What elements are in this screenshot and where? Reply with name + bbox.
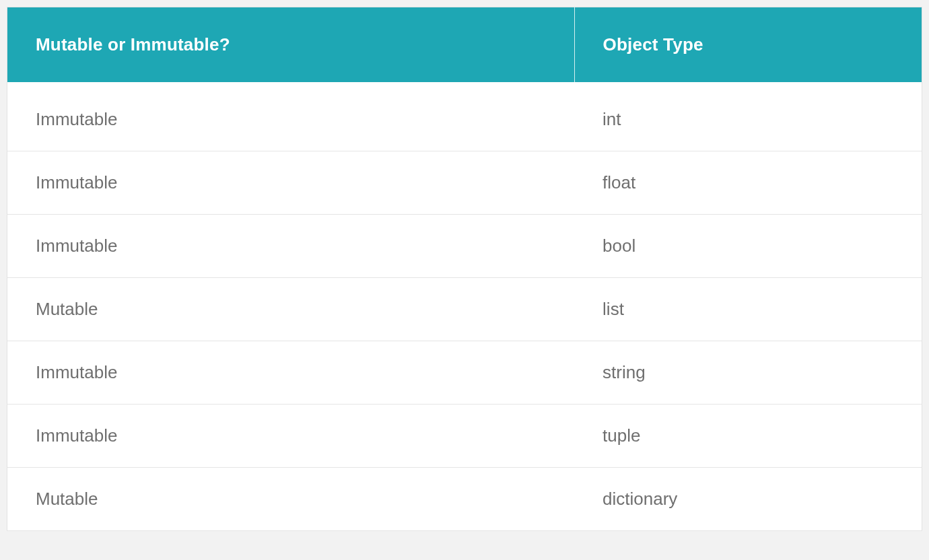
cell-mutability: Immutable bbox=[7, 82, 575, 151]
header-object-type: Object Type bbox=[574, 7, 922, 83]
cell-object-type: dictionary bbox=[574, 468, 922, 531]
page-container: Mutable or Immutable? Object Type Immuta… bbox=[0, 0, 929, 531]
cell-mutability: Mutable bbox=[7, 278, 575, 341]
cell-object-type: string bbox=[574, 341, 922, 405]
table-row: Immutable int bbox=[7, 82, 922, 151]
cell-object-type: int bbox=[574, 82, 922, 151]
cell-mutability: Immutable bbox=[7, 151, 575, 215]
mutability-table: Mutable or Immutable? Object Type Immuta… bbox=[7, 7, 922, 531]
table-row: Immutable string bbox=[7, 341, 922, 405]
table-body: Immutable int Immutable float Immutable … bbox=[7, 82, 922, 531]
cell-mutability: Mutable bbox=[7, 468, 575, 531]
header-mutability: Mutable or Immutable? bbox=[7, 7, 575, 83]
table-row: Mutable dictionary bbox=[7, 468, 922, 531]
cell-mutability: Immutable bbox=[7, 341, 575, 405]
table-header: Mutable or Immutable? Object Type bbox=[7, 7, 922, 83]
cell-object-type: bool bbox=[574, 215, 922, 278]
cell-mutability: Immutable bbox=[7, 215, 575, 278]
table-row: Immutable float bbox=[7, 151, 922, 215]
table-row: Mutable list bbox=[7, 278, 922, 341]
cell-mutability: Immutable bbox=[7, 405, 575, 468]
table-row: Immutable tuple bbox=[7, 405, 922, 468]
cell-object-type: float bbox=[574, 151, 922, 215]
cell-object-type: tuple bbox=[574, 405, 922, 468]
table-row: Immutable bool bbox=[7, 215, 922, 278]
cell-object-type: list bbox=[574, 278, 922, 341]
